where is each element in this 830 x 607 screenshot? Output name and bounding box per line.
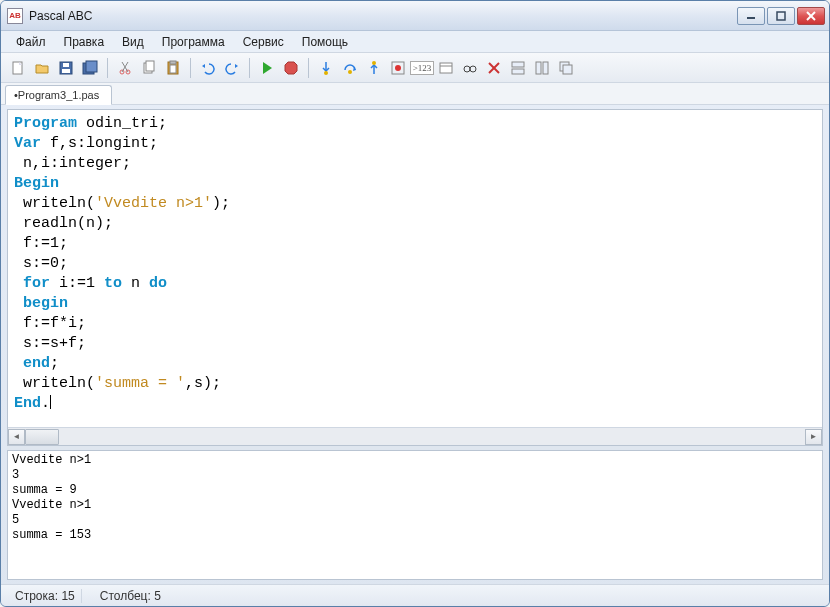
- save-icon[interactable]: [55, 57, 77, 79]
- svg-rect-7: [63, 63, 69, 67]
- code-line[interactable]: s:=s+f;: [14, 334, 818, 354]
- menu-помощь[interactable]: Помощь: [293, 33, 357, 51]
- svg-rect-15: [170, 65, 176, 73]
- statusbar: Строка: 15 Столбец: 5: [1, 584, 829, 606]
- close-output-icon[interactable]: [483, 57, 505, 79]
- svg-point-21: [395, 65, 401, 71]
- svg-rect-34: [563, 65, 572, 74]
- scroll-right-icon[interactable]: ►: [805, 429, 822, 445]
- svg-point-18: [348, 70, 352, 74]
- cut-icon[interactable]: [114, 57, 136, 79]
- tabstrip: •Program3_1.pas: [1, 83, 829, 105]
- toolbar-separator: [308, 58, 309, 78]
- svg-rect-22: [440, 63, 452, 73]
- menu-вид[interactable]: Вид: [113, 33, 153, 51]
- code-line[interactable]: f:=1;: [14, 234, 818, 254]
- menubar: ФайлПравкаВидПрограммаСервисПомощь: [1, 31, 829, 53]
- tile-v-icon[interactable]: [531, 57, 553, 79]
- menu-сервис[interactable]: Сервис: [234, 33, 293, 51]
- code-line[interactable]: begin: [14, 294, 818, 314]
- code-line[interactable]: writeln('Vvedite n>1');: [14, 194, 818, 214]
- svg-rect-30: [512, 69, 524, 74]
- status-line: Строка: 15: [9, 589, 82, 603]
- code-line[interactable]: End.: [14, 394, 818, 414]
- redo-icon[interactable]: [221, 57, 243, 79]
- tile-h-icon[interactable]: [507, 57, 529, 79]
- toolbar-separator: [190, 58, 191, 78]
- svg-rect-6: [62, 69, 70, 73]
- glasses-icon[interactable]: [459, 57, 481, 79]
- titlebar[interactable]: AB Pascal ABC: [1, 1, 829, 31]
- app-icon: AB: [7, 8, 23, 24]
- tab-file[interactable]: •Program3_1.pas: [5, 85, 112, 105]
- scroll-thumb[interactable]: [25, 429, 59, 445]
- code-line[interactable]: n,i:integer;: [14, 154, 818, 174]
- editor-pane: Program odin_tri;Var f,s:longint; n,i:in…: [7, 109, 823, 446]
- code-line[interactable]: Var f,s:longint;: [14, 134, 818, 154]
- svg-rect-1: [777, 12, 785, 20]
- goto-line-icon[interactable]: >123: [411, 57, 433, 79]
- svg-point-24: [464, 66, 470, 72]
- run-icon[interactable]: [256, 57, 278, 79]
- code-line[interactable]: readln(n);: [14, 214, 818, 234]
- caret: [50, 395, 51, 409]
- minimize-button[interactable]: [737, 7, 765, 25]
- close-button[interactable]: [797, 7, 825, 25]
- code-line[interactable]: s:=0;: [14, 254, 818, 274]
- svg-rect-13: [146, 61, 154, 71]
- open-file-icon[interactable]: [31, 57, 53, 79]
- code-line[interactable]: writeln('summa = ',s);: [14, 374, 818, 394]
- svg-rect-29: [512, 62, 524, 67]
- save-all-icon[interactable]: [79, 57, 101, 79]
- app-window: AB Pascal ABC ФайлПравкаВидПрограммаСерв…: [0, 0, 830, 607]
- toolbar: >123: [1, 53, 829, 83]
- svg-point-25: [470, 66, 476, 72]
- svg-rect-16: [170, 61, 176, 64]
- menu-правка[interactable]: Правка: [55, 33, 114, 51]
- output-pane[interactable]: Vvedite n>1 3 summa = 9 Vvedite n>1 5 su…: [7, 450, 823, 580]
- toolbar-separator: [249, 58, 250, 78]
- new-file-icon[interactable]: [7, 57, 29, 79]
- code-line[interactable]: end;: [14, 354, 818, 374]
- client-area: Program odin_tri;Var f,s:longint; n,i:in…: [7, 109, 823, 580]
- cascade-icon[interactable]: [555, 57, 577, 79]
- code-editor[interactable]: Program odin_tri;Var f,s:longint; n,i:in…: [8, 110, 822, 427]
- undo-icon[interactable]: [197, 57, 219, 79]
- svg-rect-31: [536, 62, 541, 74]
- copy-icon[interactable]: [138, 57, 160, 79]
- stop-icon[interactable]: [280, 57, 302, 79]
- svg-rect-9: [86, 61, 97, 72]
- toolbar-separator: [107, 58, 108, 78]
- svg-rect-32: [543, 62, 548, 74]
- svg-point-17: [324, 71, 328, 75]
- editor-hscrollbar[interactable]: ◄ ►: [8, 427, 822, 445]
- step-out-icon[interactable]: [363, 57, 385, 79]
- window-icon[interactable]: [435, 57, 457, 79]
- menu-программа[interactable]: Программа: [153, 33, 234, 51]
- code-line[interactable]: Program odin_tri;: [14, 114, 818, 134]
- breakpoint-icon[interactable]: [387, 57, 409, 79]
- scroll-track[interactable]: [25, 429, 805, 445]
- window-controls: [737, 7, 825, 25]
- status-column: Столбец: 5: [94, 589, 167, 603]
- svg-point-19: [372, 61, 376, 65]
- window-title: Pascal ABC: [29, 9, 737, 23]
- code-line[interactable]: Begin: [14, 174, 818, 194]
- code-line[interactable]: for i:=1 to n do: [14, 274, 818, 294]
- step-over-icon[interactable]: [339, 57, 361, 79]
- menu-файл[interactable]: Файл: [7, 33, 55, 51]
- scroll-left-icon[interactable]: ◄: [8, 429, 25, 445]
- maximize-button[interactable]: [767, 7, 795, 25]
- paste-icon[interactable]: [162, 57, 184, 79]
- step-into-icon[interactable]: [315, 57, 337, 79]
- code-line[interactable]: f:=f*i;: [14, 314, 818, 334]
